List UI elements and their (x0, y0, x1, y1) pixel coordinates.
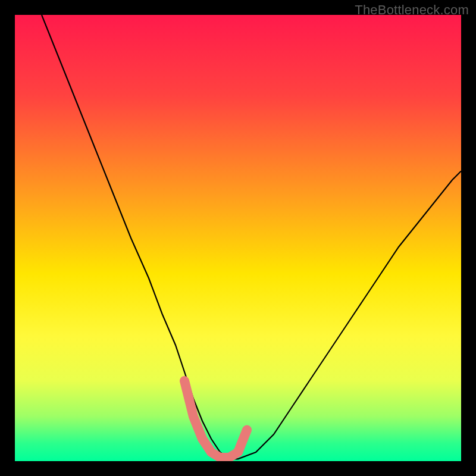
plot-area (15, 15, 461, 461)
chart-frame: TheBottleneck.com (0, 0, 476, 476)
watermark-text: TheBottleneck.com (355, 2, 469, 18)
gradient-background (15, 15, 461, 461)
bottleneck-chart (15, 15, 461, 461)
